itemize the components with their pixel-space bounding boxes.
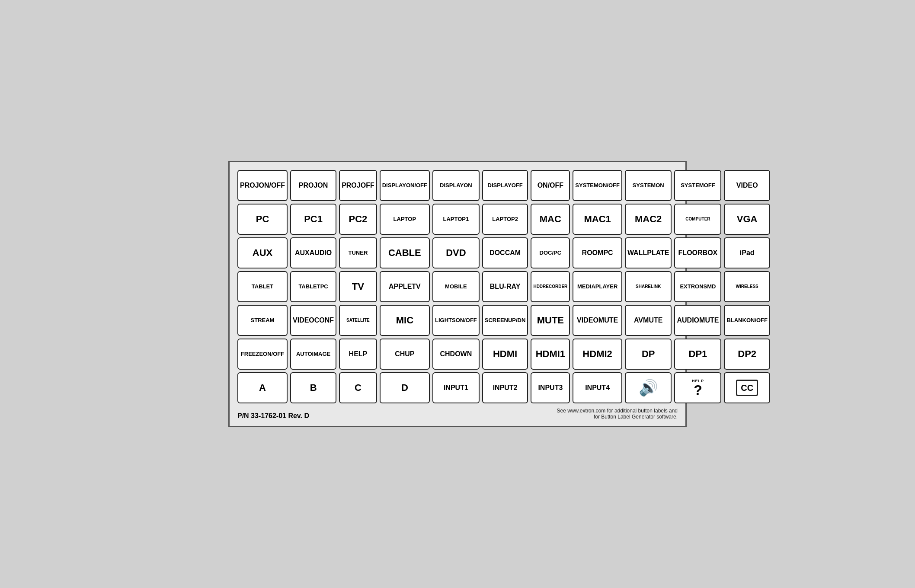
button-r5-c8[interactable]: DP [625, 339, 672, 370]
button-r3-c2[interactable]: TV [339, 271, 377, 302]
button-r4-c2[interactable]: SATELLITE [339, 305, 377, 336]
button-r3-c10[interactable]: WIRELESS [724, 271, 770, 302]
button-r3-c0[interactable]: TABLET [237, 271, 288, 302]
button-r3-c7[interactable]: MEDIAPLAYER [573, 271, 622, 302]
button-r6-c4[interactable]: INPUT1 [432, 372, 480, 403]
button-r5-c3[interactable]: CHUP [380, 339, 430, 370]
button-r6-c8[interactable]: 🔊 [625, 372, 672, 403]
button-r0-c4[interactable]: DISPLAYON [432, 170, 480, 201]
button-r0-c0[interactable]: PROJON/OFF [237, 170, 288, 201]
button-r3-c3[interactable]: APPLETV [380, 271, 430, 302]
button-r4-c0[interactable]: STREAM [237, 305, 288, 336]
button-r4-c6[interactable]: MUTE [531, 305, 570, 336]
button-r1-c5[interactable]: LAPTOP2 [482, 204, 528, 235]
button-r0-c7[interactable]: SYSTEMON/OFF [573, 170, 622, 201]
button-r0-c8[interactable]: SYSTEMON [625, 170, 672, 201]
footer-note: See www.extron.com for additional button… [557, 408, 678, 420]
button-r1-c0[interactable]: PC [237, 204, 288, 235]
button-r5-c4[interactable]: CHDOWN [432, 339, 480, 370]
button-r1-c4[interactable]: LAPTOP1 [432, 204, 480, 235]
button-r6-c9[interactable]: HELP ? [674, 372, 721, 403]
help-icon: HELP ? [692, 379, 704, 397]
button-grid: PROJON/OFFPROJONPROJOFFDISPLAYON/OFFDISP… [237, 170, 678, 403]
button-r2-c8[interactable]: WALLPLATE [625, 237, 672, 268]
button-r2-c0[interactable]: AUX [237, 237, 288, 268]
button-r5-c1[interactable]: AUTOIMAGE [290, 339, 336, 370]
button-r2-c2[interactable]: TUNER [339, 237, 377, 268]
button-r2-c10[interactable]: iPad [724, 237, 770, 268]
button-r4-c1[interactable]: VIDEOCONF [290, 305, 336, 336]
button-r5-c0[interactable]: FREEZEON/OFF [237, 339, 288, 370]
button-r2-c3[interactable]: CABLE [380, 237, 430, 268]
button-r2-c4[interactable]: DVD [432, 237, 480, 268]
button-r1-c9[interactable]: COMPUTER [674, 204, 721, 235]
button-r1-c3[interactable]: LAPTOP [380, 204, 430, 235]
button-r3-c1[interactable]: TABLETPC [290, 271, 336, 302]
button-r6-c10[interactable]: CC [724, 372, 770, 403]
button-r4-c4[interactable]: LIGHTSON/OFF [432, 305, 480, 336]
button-r5-c7[interactable]: HDMI2 [573, 339, 622, 370]
button-r3-c4[interactable]: MOBILE [432, 271, 480, 302]
button-r2-c7[interactable]: ROOMPC [573, 237, 622, 268]
button-r3-c9[interactable]: EXTRONSMD [674, 271, 721, 302]
button-r3-c5[interactable]: BLU-RAY [482, 271, 528, 302]
button-r2-c1[interactable]: AUXAUDIO [290, 237, 336, 268]
button-r0-c1[interactable]: PROJON [290, 170, 336, 201]
button-r6-c1[interactable]: B [290, 372, 336, 403]
button-r6-c2[interactable]: C [339, 372, 377, 403]
button-r6-c6[interactable]: INPUT3 [531, 372, 570, 403]
speaker-icon: 🔊 [639, 378, 658, 397]
button-r0-c9[interactable]: SYSTEMOFF [674, 170, 721, 201]
button-r3-c6[interactable]: HDDRECORDER [531, 271, 570, 302]
button-r0-c3[interactable]: DISPLAYON/OFF [380, 170, 430, 201]
button-r6-c7[interactable]: INPUT4 [573, 372, 622, 403]
cc-icon: CC [736, 380, 758, 396]
button-r4-c10[interactable]: BLANKON/OFF [724, 305, 770, 336]
button-r0-c2[interactable]: PROJOFF [339, 170, 377, 201]
button-r2-c6[interactable]: DOC/PC [531, 237, 570, 268]
button-r3-c8[interactable]: SHARELINK [625, 271, 672, 302]
button-r1-c1[interactable]: PC1 [290, 204, 336, 235]
button-r4-c5[interactable]: SCREENUP/DN [482, 305, 528, 336]
button-r0-c10[interactable]: VIDEO [724, 170, 770, 201]
button-r0-c5[interactable]: DISPLAYOFF [482, 170, 528, 201]
button-r6-c5[interactable]: INPUT2 [482, 372, 528, 403]
button-r4-c7[interactable]: VIDEOMUTE [573, 305, 622, 336]
button-r5-c6[interactable]: HDMI1 [531, 339, 570, 370]
button-r5-c2[interactable]: HELP [339, 339, 377, 370]
button-r0-c6[interactable]: ON/OFF [531, 170, 570, 201]
button-r5-c9[interactable]: DP1 [674, 339, 721, 370]
button-r6-c3[interactable]: D [380, 372, 430, 403]
button-r4-c9[interactable]: AUDIOMUTE [674, 305, 721, 336]
button-r2-c9[interactable]: FLOORBOX [674, 237, 721, 268]
button-r5-c5[interactable]: HDMI [482, 339, 528, 370]
button-r1-c6[interactable]: MAC [531, 204, 570, 235]
button-r1-c2[interactable]: PC2 [339, 204, 377, 235]
button-r6-c0[interactable]: A [237, 372, 288, 403]
button-r2-c5[interactable]: DOCCAM [482, 237, 528, 268]
button-r1-c7[interactable]: MAC1 [573, 204, 622, 235]
button-r4-c3[interactable]: MIC [380, 305, 430, 336]
part-number: P/N 33-1762-01 Rev. D [237, 412, 309, 420]
button-r1-c10[interactable]: VGA [724, 204, 770, 235]
footer: P/N 33-1762-01 Rev. D See www.extron.com… [237, 408, 678, 420]
button-label-panel: PROJON/OFFPROJONPROJOFFDISPLAYON/OFFDISP… [228, 161, 687, 427]
button-r1-c8[interactable]: MAC2 [625, 204, 672, 235]
button-r5-c10[interactable]: DP2 [724, 339, 770, 370]
button-r4-c8[interactable]: AVMUTE [625, 305, 672, 336]
